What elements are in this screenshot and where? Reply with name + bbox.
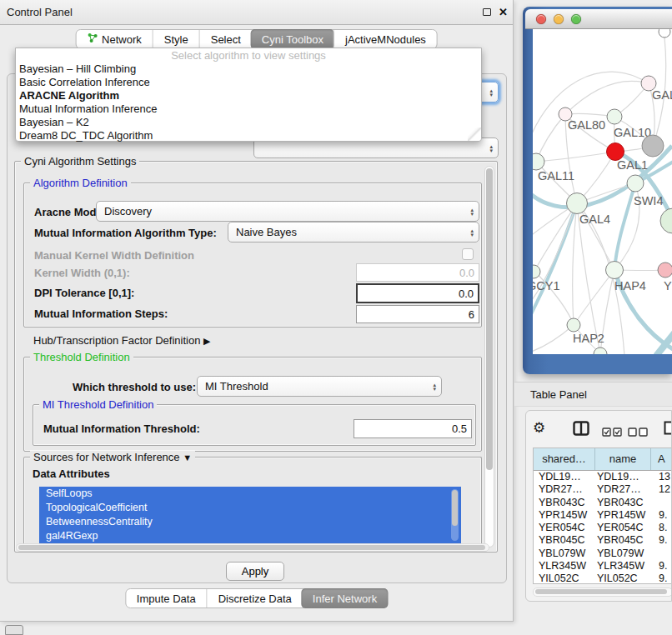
tab-discretize-data[interactable]: Discretize Data bbox=[207, 589, 303, 608]
tab-jactivemnodules[interactable]: jActiveMNodules bbox=[333, 30, 437, 48]
network-edge[interactable] bbox=[533, 325, 574, 352]
scrollbar-thumb[interactable] bbox=[18, 545, 485, 550]
panel-title: Table Panel bbox=[530, 382, 587, 408]
column-header-partial[interactable]: A bbox=[651, 448, 672, 470]
network-node[interactable] bbox=[533, 153, 544, 170]
gear-icon[interactable]: ⚙ bbox=[533, 418, 545, 439]
network-node[interactable] bbox=[642, 135, 664, 157]
tab-label: Impute Data bbox=[137, 592, 196, 605]
column-header-name[interactable]: name bbox=[595, 448, 651, 470]
table-row[interactable]: YIL052CYIL052C9. bbox=[534, 572, 672, 584]
select-all-icon[interactable] bbox=[602, 425, 622, 440]
mi-algorithm-type-combobox[interactable]: Naive Bayes ▴▾ bbox=[228, 222, 479, 242]
network-node[interactable] bbox=[606, 262, 624, 279]
network-edge[interactable] bbox=[577, 203, 600, 353]
network-edge[interactable] bbox=[573, 203, 577, 325]
table-row[interactable]: YDR27…YDR27…12 bbox=[534, 483, 672, 496]
dpi-tolerance-field[interactable] bbox=[356, 283, 479, 303]
settings-vertical-scrollbar[interactable] bbox=[484, 166, 494, 548]
mi-steps-field[interactable] bbox=[356, 305, 479, 323]
tab-network[interactable]: Network bbox=[76, 30, 153, 48]
float-window-icon[interactable] bbox=[483, 8, 491, 16]
combo-arrows-icon: ▴▾ bbox=[489, 144, 493, 152]
tab-cyni-toolbox[interactable]: Cyni Toolbox bbox=[251, 29, 334, 49]
network-node[interactable] bbox=[658, 262, 672, 278]
network-node[interactable] bbox=[567, 193, 588, 214]
network-view-window[interactable]: GALGAL80GAL10GAL1GAL11SWI4GAL4GCY1HAP4YH… bbox=[523, 7, 672, 374]
popup-item-bayesian-k2[interactable]: Bayesian – K2 bbox=[16, 116, 481, 129]
table-row[interactable]: YPR145WYPR145W9. bbox=[534, 509, 672, 522]
popup-item-basic-correlation[interactable]: Basic Correlation Inference bbox=[16, 76, 481, 89]
table-cell: YBR045C bbox=[534, 534, 595, 547]
kernel-width-field[interactable] bbox=[356, 263, 479, 282]
aracne-mode-combobox[interactable]: Discovery ▴▾ bbox=[96, 201, 479, 222]
scrollbar-thumb[interactable] bbox=[452, 490, 458, 526]
column-header-shared-name[interactable]: shared… bbox=[534, 448, 595, 470]
manual-kernel-width-checkbox[interactable] bbox=[462, 248, 474, 260]
group-title: Cyni Algorithm Settings bbox=[21, 155, 139, 168]
network-node-label: GAL1 bbox=[617, 158, 648, 172]
table-row[interactable]: YBR045CYBR045C9. bbox=[534, 534, 672, 547]
group-title: Sources for Network Inference ▼ bbox=[30, 451, 195, 463]
minimized-panel-button[interactable] bbox=[5, 625, 23, 635]
scrollbar-thumb[interactable] bbox=[486, 168, 493, 470]
network-edge[interactable] bbox=[656, 331, 672, 354]
zoom-traffic-light[interactable] bbox=[571, 14, 581, 24]
table-row[interactable]: YER054CYER054C8. bbox=[534, 522, 672, 534]
table-row[interactable]: YDL19…YDL19…13 bbox=[534, 471, 672, 483]
scrollbar-thumb[interactable] bbox=[535, 589, 667, 594]
popup-item-bayesian-hill-climbing[interactable]: Bayesian – Hill Climbing bbox=[16, 62, 481, 76]
table-cell bbox=[651, 497, 672, 509]
table-cell: YLR345W bbox=[595, 560, 651, 572]
cyni-algorithm-settings-group: Cyni Algorithm Settings Algorithm Defini… bbox=[14, 161, 498, 552]
network-node[interactable] bbox=[567, 318, 580, 332]
columns-icon[interactable] bbox=[573, 421, 589, 439]
close-traffic-light[interactable] bbox=[536, 14, 546, 24]
popup-item-dream8[interactable]: Dream8 DC_TDC Algorithm bbox=[16, 129, 481, 142]
network-edge[interactable] bbox=[614, 183, 635, 270]
expanded-arrow-icon[interactable]: ▼ bbox=[183, 452, 192, 462]
deselect-all-icon[interactable] bbox=[628, 425, 648, 440]
network-node-label: GCY1 bbox=[533, 279, 560, 292]
close-icon[interactable]: ✕ bbox=[499, 6, 508, 18]
minimize-traffic-light[interactable] bbox=[554, 14, 564, 24]
table-row[interactable]: YLR345WYLR345W9. bbox=[534, 560, 672, 572]
tab-infer-network[interactable]: Infer Network bbox=[302, 588, 388, 608]
network-node[interactable] bbox=[659, 29, 670, 38]
popup-item-aracne[interactable]: ARACNE Algorithm bbox=[16, 89, 481, 102]
data-attributes-list[interactable]: SelfLoops TopologicalCoefficient Between… bbox=[39, 487, 461, 543]
popup-prompt: Select algorithm to view settings bbox=[16, 48, 481, 62]
tab-impute-data[interactable]: Impute Data bbox=[126, 589, 207, 608]
hub-transcription-factor-expander[interactable]: Hub/Transcription Factor Definition ▶ bbox=[33, 334, 210, 347]
list-item[interactable]: SelfLoops bbox=[39, 487, 461, 501]
network-node[interactable] bbox=[607, 109, 622, 124]
list-vertical-scrollbar[interactable] bbox=[451, 489, 459, 541]
settings-horizontal-scrollbar[interactable] bbox=[16, 543, 489, 552]
table-cell: 9. bbox=[651, 560, 672, 572]
table-cell: YDR27… bbox=[595, 483, 651, 496]
tab-style[interactable]: Style bbox=[153, 30, 199, 48]
network-canvas[interactable]: GALGAL80GAL10GAL1GAL11SWI4GAL4GCY1HAP4YH… bbox=[533, 29, 672, 354]
network-node-label: SWI4 bbox=[634, 194, 663, 208]
mi-algorithm-type-label: Mutual Information Algorithm Type: bbox=[34, 227, 217, 239]
network-node[interactable] bbox=[627, 175, 644, 192]
network-node[interactable] bbox=[660, 208, 672, 233]
table-cell: 9. bbox=[651, 534, 672, 547]
network-node-label: GAL4 bbox=[579, 212, 610, 226]
table-row[interactable]: YBL079WYBL079W bbox=[534, 548, 672, 560]
table-cell: 13 bbox=[651, 471, 672, 483]
table-horizontal-scrollbar[interactable] bbox=[533, 588, 672, 597]
which-threshold-combobox[interactable]: MI Threshold ▴▾ bbox=[197, 376, 442, 397]
list-item[interactable]: gal4RGexp bbox=[39, 529, 461, 543]
new-table-icon[interactable] bbox=[664, 421, 672, 438]
network-edge[interactable] bbox=[536, 152, 615, 162]
apply-button[interactable]: Apply bbox=[226, 562, 284, 581]
table-cell: 8. bbox=[651, 522, 672, 534]
mi-threshold-field[interactable] bbox=[354, 419, 472, 438]
list-item[interactable]: TopologicalCoefficient bbox=[39, 501, 461, 515]
popup-item-mutual-information[interactable]: Mutual Information Inference bbox=[16, 102, 481, 116]
network-window-titlebar[interactable] bbox=[525, 9, 672, 29]
tab-select[interactable]: Select bbox=[199, 30, 252, 48]
list-item[interactable]: BetweennessCentrality bbox=[39, 515, 461, 529]
table-row[interactable]: YBR043CYBR043C bbox=[534, 497, 672, 509]
